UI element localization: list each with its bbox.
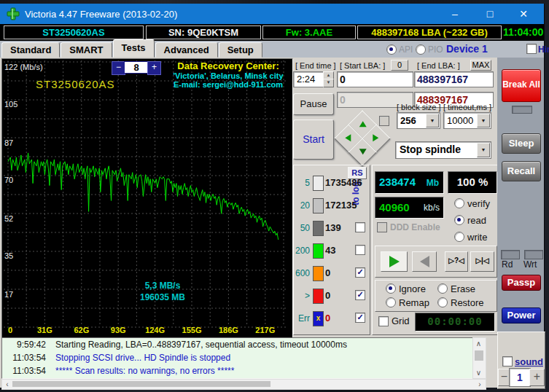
api-label: API xyxy=(399,44,413,55)
tab-smart[interactable]: SMART xyxy=(61,42,112,58)
log-vertical-scrollbar[interactable]: ∧ ∨ xyxy=(472,337,486,379)
sleep-button[interactable]: Sleep xyxy=(502,133,541,154)
ddd-enable-label: DDD Enable xyxy=(390,222,440,232)
stats-row-err: Err x 0 ✓ xyxy=(295,311,368,327)
start-lba-zero-button[interactable]: 0 xyxy=(391,60,408,71)
back-button[interactable] xyxy=(412,251,437,272)
remap-radio[interactable] xyxy=(386,297,396,307)
tab-bar: Standard SMART Tests Advanced Setup API … xyxy=(0,41,544,58)
right-arrow-icon xyxy=(373,134,378,141)
drive-model: ST3250620AS xyxy=(4,26,144,39)
break-all-button[interactable]: Break All xyxy=(502,69,541,102)
spindle-dropdown-icon[interactable]: ▼ xyxy=(477,143,490,157)
tab-standard[interactable]: Standard xyxy=(1,42,60,58)
tab-advanced[interactable]: Advanced xyxy=(155,42,218,58)
log-time: 11:03:54 xyxy=(2,351,46,364)
start-lba-input[interactable]: 0 xyxy=(337,71,413,87)
passp-button[interactable]: Passp xyxy=(502,275,541,291)
up-arrow-icon xyxy=(359,121,367,127)
seek-end-button[interactable]: ▷|◁ xyxy=(470,251,494,272)
grid-checkbox[interactable] xyxy=(378,316,389,326)
close-button[interactable]: ✕ xyxy=(507,4,540,24)
log-message: ***** Scan results: no warnings, no erro… xyxy=(46,364,234,377)
drive-info-bar: ST3250620AS SN: 9QE0KTSM Fw: 3.AAE 48839… xyxy=(0,24,544,41)
bucket-count: 172135 xyxy=(325,200,357,211)
scroll-right-icon[interactable]: › xyxy=(476,380,483,388)
svg-text:93G: 93G xyxy=(111,326,126,334)
log-checkbox[interactable]: ✓ xyxy=(355,290,365,300)
read-label: read xyxy=(467,215,486,226)
scroll-left-icon[interactable]: ‹ xyxy=(4,380,11,388)
erase-radio[interactable] xyxy=(437,283,448,294)
write-label: write xyxy=(467,232,487,243)
minimize-button[interactable]: – xyxy=(439,4,471,24)
log-checkbox[interactable] xyxy=(355,222,365,232)
svg-text:70: 70 xyxy=(4,176,13,184)
seek-error-button[interactable]: ▷?◁ xyxy=(445,251,468,272)
ignore-label: Ignore xyxy=(399,283,426,294)
write-led-label: Wrt xyxy=(523,259,537,270)
victoria-window: Victoria 4.47 Freeware (2013-02-20) – □ … xyxy=(0,4,545,388)
api-radio[interactable] xyxy=(386,44,397,55)
log-message: Stopping SCSI drive... HD Spindle is sto… xyxy=(46,351,230,364)
pad-option-checkbox[interactable] xyxy=(379,116,389,126)
ignore-radio[interactable] xyxy=(386,283,396,294)
pio-radio[interactable] xyxy=(416,44,426,55)
scroll-down-icon[interactable]: ∨ xyxy=(473,369,484,377)
side-button-column: Break All Sleep Recall Rd Wrt Passp Powe… xyxy=(497,58,544,388)
end-time-field[interactable]: 2:24 xyxy=(293,71,324,87)
start-button[interactable]: Start xyxy=(293,119,334,160)
zoom-in-button[interactable]: + xyxy=(147,61,161,75)
block-size-label: [ block size ] xyxy=(397,103,441,111)
svg-text:186G: 186G xyxy=(219,326,238,334)
stats-row-20: 20 172135 xyxy=(295,198,368,214)
hints-checkbox[interactable] xyxy=(526,44,537,54)
timeout-dropdown-icon[interactable]: ▼ xyxy=(477,114,490,128)
device-label[interactable]: Device 1 xyxy=(446,43,488,55)
ddd-enable-checkbox[interactable] xyxy=(377,222,387,232)
power-button[interactable]: Power xyxy=(502,307,541,324)
defect-action-box: Ignore Erase Remap Restore xyxy=(375,280,497,312)
sound-plus-button[interactable]: + xyxy=(529,369,545,386)
tab-tests[interactable]: Tests xyxy=(113,39,155,58)
restore-radio[interactable] xyxy=(437,297,448,307)
svg-text:87: 87 xyxy=(4,138,13,147)
scroll-thumb[interactable] xyxy=(12,381,270,387)
mb-unit: Mb xyxy=(427,178,439,188)
block-size-select[interactable]: 256 ▼ xyxy=(397,112,440,129)
percent-display: 100 % xyxy=(448,171,497,194)
timeout-select[interactable]: 10000 ▼ xyxy=(443,112,491,129)
block-size-value: 256 xyxy=(400,115,416,126)
block-size-dropdown-icon[interactable]: ▼ xyxy=(426,114,439,128)
verify-radio[interactable] xyxy=(454,198,464,208)
end-lba-label: [ End LBA: ] xyxy=(417,61,460,70)
stats-row-200: 200 43 xyxy=(295,243,368,259)
play-button[interactable] xyxy=(381,251,408,272)
scroll-thumb[interactable] xyxy=(475,350,483,361)
end-lba-input[interactable]: 488397167 xyxy=(414,71,494,87)
log-checkbox[interactable]: ✓ xyxy=(355,313,365,323)
maximize-button[interactable]: □ xyxy=(474,4,506,24)
banner-email[interactable]: E-mail: sergei@hdd-911.com xyxy=(167,80,289,89)
max-button[interactable]: MAX xyxy=(470,60,491,71)
tab-setup[interactable]: Setup xyxy=(219,42,262,58)
pause-button[interactable]: Pause xyxy=(293,93,334,115)
clock: 11:04:00 xyxy=(503,26,542,39)
drive-serial: SN: 9QE0KTSM xyxy=(146,26,261,39)
log-checkbox[interactable]: ✓ xyxy=(355,267,365,278)
erase-label: Erase xyxy=(451,283,475,294)
write-radio[interactable] xyxy=(454,232,464,242)
app-icon xyxy=(7,7,20,20)
bucket-swatch-err: x xyxy=(313,311,324,326)
drive-firmware: Fw: 3.AAE xyxy=(262,26,356,39)
scroll-up-icon[interactable]: ∧ xyxy=(473,340,484,348)
log-list[interactable]: 9:59:42 Starting Reading, LBA=0..4883971… xyxy=(1,337,474,379)
end-time-down-button[interactable]: ▼ xyxy=(323,79,334,87)
log-checkbox[interactable] xyxy=(355,245,365,255)
log-horizontal-scrollbar[interactable]: ‹ › xyxy=(1,379,486,390)
read-radio[interactable] xyxy=(454,215,464,225)
recall-button[interactable]: Recall xyxy=(502,161,541,181)
sound-checkbox[interactable] xyxy=(502,356,513,366)
bucket-label: 20 xyxy=(295,200,310,211)
spindle-select[interactable]: Stop spindle ▼ xyxy=(395,141,491,159)
